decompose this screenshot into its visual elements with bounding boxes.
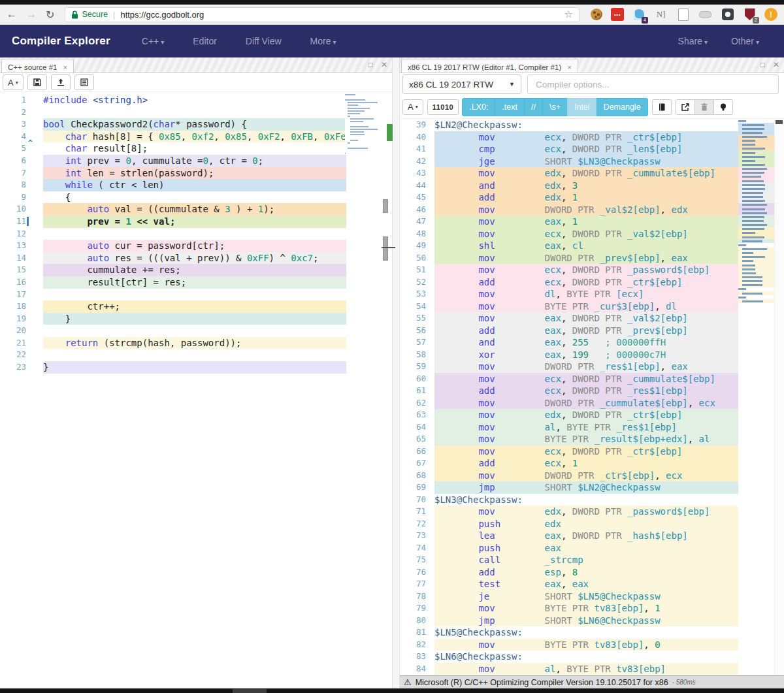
ideas-button[interactable] <box>713 99 733 115</box>
assembly-minimap[interactable] <box>738 119 774 303</box>
template-button[interactable] <box>74 74 94 90</box>
tab-compiler-output[interactable]: x86 CL 19 2017 RTW (Editor #1, Compiler … <box>401 59 578 73</box>
asm-line-78[interactable]: 78 je SHORT $LN5@Checkpassw <box>400 590 738 603</box>
reload-icon[interactable]: ↻ <box>46 8 54 21</box>
font-size-button[interactable]: A ▾ <box>3 74 24 90</box>
save-button[interactable] <box>27 74 47 90</box>
source-line-17[interactable]: 17 <box>0 289 346 301</box>
asm-line-55[interactable]: 55 mov eax, DWORD PTR _val$2[ebp] <box>400 312 738 325</box>
assembly-editor[interactable]: 39$LN2@Checkpassw:40 mov ecx, DWORD PTR … <box>400 119 784 675</box>
source-line-10[interactable]: 10 auto val = ((cummulate & 3 ) + 1); <box>0 203 346 216</box>
asm-line-45[interactable]: 45 add edx, 1 <box>400 191 738 204</box>
asm-line-50[interactable]: 50 mov DWORD PTR _prev$[ebp], eax <box>400 252 738 265</box>
maximize-icon[interactable]: □ <box>760 60 765 69</box>
asm-line-44[interactable]: 44 and edx, 3 <box>400 180 738 192</box>
source-line-21[interactable]: 21 return (strcmp(hash, password)); <box>0 337 346 349</box>
bookmark-star-icon[interactable]: ☆ <box>564 8 573 20</box>
asm-line-58[interactable]: 58 xor eax, 199 ; 000000c7H <box>400 349 738 361</box>
asm-line-81[interactable]: 81$LN5@Checkpassw: <box>400 626 738 639</box>
asm-line-66[interactable]: 66 mov ecx, DWORD PTR _ctr$[ebp] <box>400 445 738 458</box>
nav-item-diff-view[interactable]: Diff View <box>246 36 282 46</box>
editor-scrollbar-thumb[interactable] <box>383 236 388 261</box>
asm-line-51[interactable]: 51 mov ecx, DWORD PTR _password$[ebp] <box>400 264 738 276</box>
document-extension-icon[interactable] <box>676 7 691 22</box>
adblock-shield-extension-icon[interactable]: 2 <box>742 7 757 22</box>
asm-line-65[interactable]: 65 mov BYTE PTR _result$[ebp+edx], al <box>400 433 738 445</box>
cookie-extension-icon[interactable] <box>589 7 604 22</box>
filter-button-text[interactable]: .text <box>495 98 525 116</box>
clipper-extension-icon[interactable]: N] <box>653 7 668 22</box>
binary-toggle-button[interactable]: 11010 <box>427 99 459 115</box>
asm-line-68[interactable]: 68 mov DWORD PTR _ctr$[ebp], ecx <box>400 470 738 482</box>
source-line-13[interactable]: 13 auto cur = password[ctr]; <box>0 240 346 252</box>
load-save-button[interactable] <box>51 74 71 90</box>
asm-line-75[interactable]: 75 call _strcmp <box>400 554 738 566</box>
open-external-button[interactable] <box>676 99 695 115</box>
source-line-22[interactable]: 22 <box>0 349 346 361</box>
filter-button-intel[interactable]: Intel <box>567 98 597 116</box>
asm-line-64[interactable]: 64 mov al, BYTE PTR _res$1[ebp] <box>400 421 738 434</box>
asm-line-69[interactable]: 69 jmp SHORT $LN2@Checkpassw <box>400 481 738 494</box>
source-line-18[interactable]: 18 ctr++; <box>0 300 346 313</box>
asm-line-61[interactable]: 61 add ecx, DWORD PTR _res$1[ebp] <box>400 385 738 397</box>
filter-button-lx0[interactable]: .LX0: <box>462 98 495 116</box>
asm-line-52[interactable]: 52 add ecx, DWORD PTR _ctr$[ebp] <box>400 276 738 289</box>
asm-line-59[interactable]: 59 mov DWORD PTR _res$1[ebp], eax <box>400 361 738 373</box>
source-line-3[interactable]: 3bool Checkpassword2(char* password) { <box>0 118 346 131</box>
filter-button-s[interactable]: \s+ <box>542 98 568 116</box>
assembly-scrollbar-thumb[interactable] <box>776 120 783 124</box>
asm-line-72[interactable]: 72 push edx <box>400 518 738 530</box>
source-line-1[interactable]: 1#include <string.h> <box>0 94 346 106</box>
tab-cpp-source[interactable]: C++ source #1 × <box>1 59 74 73</box>
source-line-19[interactable]: 19 } <box>0 313 346 325</box>
url-bar[interactable]: Secure | https://gcc.godbolt.org ☆ <box>65 7 580 22</box>
filter-button-demangle[interactable]: Demangle <box>596 98 648 116</box>
source-line-7[interactable]: 7 int len = strlen(password); <box>0 167 346 180</box>
nav-item-more[interactable]: More▾ <box>310 36 336 46</box>
forward-icon[interactable]: → <box>26 8 37 20</box>
password-manager-extension-icon[interactable]: ••• <box>611 8 624 21</box>
nav-item-editor[interactable]: Editor <box>193 36 217 46</box>
tab-close-icon[interactable]: × <box>567 63 571 71</box>
nav-item-c-[interactable]: C++▾ <box>142 36 165 46</box>
nav-item-share[interactable]: Share▾ <box>678 36 708 46</box>
horizontal-scrollbar-thumb[interactable] <box>233 689 267 693</box>
trash-button[interactable] <box>694 99 714 115</box>
asm-line-60[interactable]: 60 mov ecx, DWORD PTR _cummulate$[ebp] <box>400 373 738 385</box>
asm-line-41[interactable]: 41 cmp ecx, DWORD PTR _len$[ebp] <box>400 143 738 155</box>
filter-button-[interactable]: // <box>524 98 543 116</box>
pill-extension-icon[interactable] <box>698 7 713 22</box>
source-line-4[interactable]: 4 char hash[8] = { 0x85, 0xf2, 0x85, 0xF… <box>0 131 346 143</box>
asm-line-71[interactable]: 71 mov edx, DWORD PTR _password$[ebp] <box>400 506 738 518</box>
source-line-14[interactable]: 14 auto res = (((val + prev)) & 0xFF) ^ … <box>0 252 346 265</box>
url-text[interactable]: https://gcc.godbolt.org <box>120 10 560 20</box>
asm-line-79[interactable]: 79 mov BYTE PTR tv83[ebp], 1 <box>400 602 738 615</box>
asm-line-62[interactable]: 62 mov DWORD PTR _cummulate$[ebp], ecx <box>400 397 738 410</box>
source-line-12[interactable]: 12 <box>0 228 346 240</box>
asm-line-57[interactable]: 57 and eax, 255 ; 000000ffH <box>400 336 738 349</box>
asm-line-73[interactable]: 73 lea eax, DWORD PTR _hash$[ebp] <box>400 530 738 542</box>
asm-line-76[interactable]: 76 add esp, 8 <box>400 566 738 579</box>
source-line-15[interactable]: 15 cummulate += res; <box>0 264 346 276</box>
source-editor[interactable]: ^ 1#include <string.h>23bool Checkpasswo… <box>0 92 392 688</box>
asm-line-77[interactable]: 77 test eax, eax <box>400 578 738 590</box>
asm-line-56[interactable]: 56 add eax, DWORD PTR _prev$[ebp] <box>400 325 738 337</box>
compiler-options-input[interactable] <box>527 74 779 94</box>
asm-line-43[interactable]: 43 mov edx, DWORD PTR _cummulate$[ebp] <box>400 167 738 180</box>
ghostery-extension-icon[interactable]: 4 <box>631 7 646 22</box>
asm-line-70[interactable]: 70$LN3@Checkpassw: <box>400 494 738 506</box>
asm-line-46[interactable]: 46 mov DWORD PTR _val$2[ebp], edx <box>400 204 738 216</box>
asm-line-42[interactable]: 42 jge SHORT $LN3@Checkpassw <box>400 155 738 168</box>
maximize-icon[interactable]: □ <box>368 60 373 69</box>
asm-line-54[interactable]: 54 mov BYTE PTR _cur$3[ebp], dl <box>400 300 738 313</box>
close-pane-icon[interactable]: ✕ <box>381 60 387 69</box>
pane-splitter[interactable] <box>392 57 400 688</box>
editor-scrollbar-thumb[interactable] <box>383 199 388 213</box>
source-line-16[interactable]: 16 result[ctr] = res; <box>0 276 346 289</box>
close-pane-icon[interactable]: ✕ <box>773 60 779 69</box>
compiler-select[interactable]: x86 CL 19 2017 RTW ▼ <box>402 74 521 94</box>
asm-line-40[interactable]: 40 mov ecx, DWORD PTR _ctr$[ebp] <box>400 131 738 144</box>
asm-line-67[interactable]: 67 add ecx, 1 <box>400 457 738 470</box>
asm-line-82[interactable]: 82 mov BYTE PTR tv83[ebp], 0 <box>400 639 738 651</box>
font-size-button[interactable]: A ▾ <box>402 99 423 115</box>
